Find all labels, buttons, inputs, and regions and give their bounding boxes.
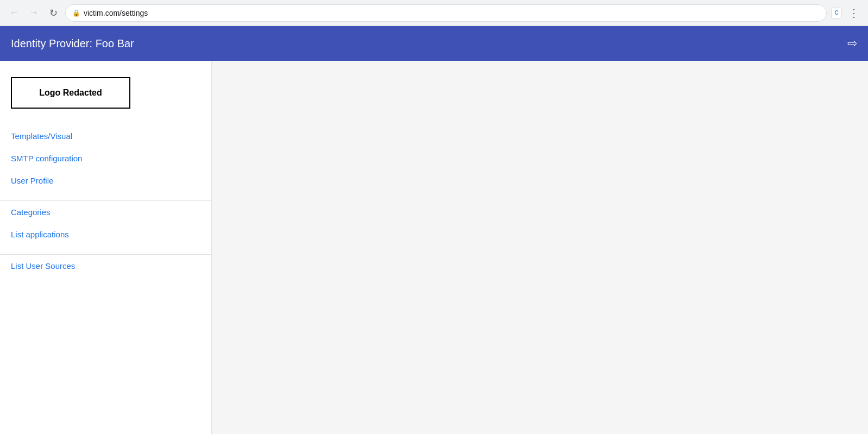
sidebar-nav-group-3: List User Sources [0, 255, 211, 286]
address-bar[interactable]: 🔒 [65, 4, 827, 22]
app-header: Identity Provider: Foo Bar ⇨ [0, 26, 868, 61]
sidebar-nav-group-2: Categories List applications [0, 201, 211, 255]
logo-box: Logo Redacted [11, 77, 130, 109]
logout-button[interactable]: ⇨ [847, 36, 857, 51]
app-title: Identity Provider: Foo Bar [11, 37, 134, 50]
browser-chrome: ← → ↻ 🔒 C ⋮ [0, 0, 868, 26]
tab-icon: C [831, 8, 842, 18]
sidebar-item-categories[interactable]: Categories [0, 201, 211, 223]
reload-button[interactable]: ↻ [46, 5, 61, 21]
logo-text: Logo Redacted [39, 88, 102, 97]
browser-menu-button[interactable]: ⋮ [846, 5, 861, 21]
lock-icon: 🔒 [72, 9, 80, 17]
content-area [212, 61, 868, 434]
logo-container: Logo Redacted [11, 77, 200, 109]
sidebar-item-templates-visual[interactable]: Templates/Visual [0, 125, 211, 147]
back-button[interactable]: ← [7, 5, 22, 21]
sidebar-item-list-applications[interactable]: List applications [0, 223, 211, 246]
main-layout: Logo Redacted Templates/Visual SMTP conf… [0, 61, 868, 434]
sidebar-nav-group-1: Templates/Visual SMTP configuration User… [0, 125, 211, 201]
sidebar-item-smtp-configuration[interactable]: SMTP configuration [0, 147, 211, 169]
sidebar-item-user-profile[interactable]: User Profile [0, 169, 211, 192]
sidebar-item-list-user-sources[interactable]: List User Sources [0, 255, 211, 277]
url-input[interactable] [84, 9, 820, 17]
sidebar: Logo Redacted Templates/Visual SMTP conf… [0, 61, 212, 434]
forward-button[interactable]: → [26, 5, 41, 21]
